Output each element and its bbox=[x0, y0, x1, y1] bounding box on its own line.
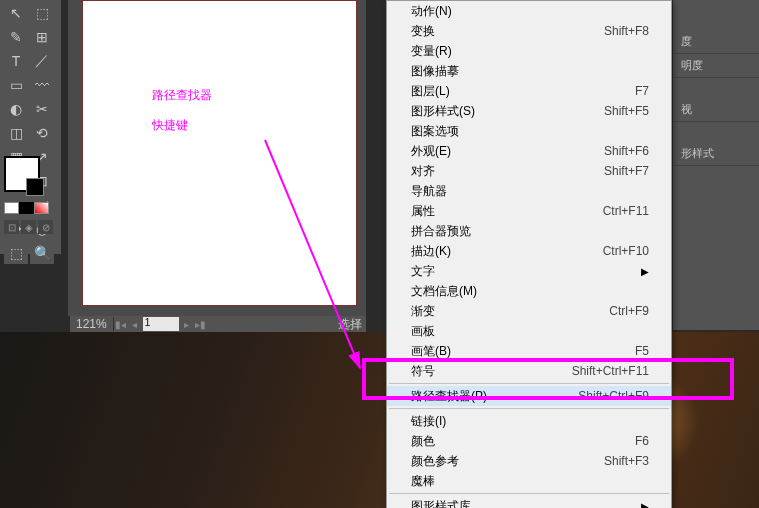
menu-label: 导航器 bbox=[411, 184, 447, 199]
status-text: 选择 bbox=[338, 316, 366, 333]
panel-item[interactable]: 度 bbox=[673, 30, 759, 54]
menu-item[interactable]: 动作(N) bbox=[387, 1, 671, 21]
tool-3[interactable]: ⊞ bbox=[30, 26, 54, 48]
menu-item[interactable]: 图形样式(S)Shift+F5 bbox=[387, 101, 671, 121]
window-menu: 动作(N)变换Shift+F8变量(R)图像描摹图层(L)F7图形样式(S)Sh… bbox=[386, 0, 672, 508]
menu-label: 渐变 bbox=[411, 304, 435, 319]
color-section: ⊡◈⊘ bbox=[4, 156, 54, 234]
tool-20[interactable]: ⬚ bbox=[4, 242, 28, 264]
menu-item[interactable]: 图形样式库▶ bbox=[387, 496, 671, 508]
menu-label: 外观(E) bbox=[411, 144, 451, 159]
menu-item[interactable]: 图像描摹 bbox=[387, 61, 671, 81]
tool-0[interactable]: ↖ bbox=[4, 2, 28, 24]
menu-label: 颜色 bbox=[411, 434, 435, 449]
nav-next-icon[interactable]: ▸ bbox=[180, 317, 194, 331]
nav-first-icon[interactable]: ▮◂ bbox=[114, 317, 128, 331]
menu-item[interactable]: 文档信息(M) bbox=[387, 281, 671, 301]
tool-1[interactable]: ⬚ bbox=[30, 2, 54, 24]
menu-item[interactable]: 导航器 bbox=[387, 181, 671, 201]
mode-icon-0[interactable]: ⊡ bbox=[4, 220, 19, 234]
menu-item[interactable]: 拼合器预览 bbox=[387, 221, 671, 241]
menu-label: 魔棒 bbox=[411, 474, 435, 489]
menu-shortcut: Shift+F7 bbox=[604, 164, 649, 179]
menu-item[interactable]: 属性Ctrl+F11 bbox=[387, 201, 671, 221]
tool-2[interactable]: ✎ bbox=[4, 26, 28, 48]
tool-10[interactable]: ◫ bbox=[4, 122, 28, 144]
menu-shortcut: F7 bbox=[635, 84, 649, 99]
menu-item[interactable]: 颜色参考Shift+F3 bbox=[387, 451, 671, 471]
menu-item[interactable]: 颜色F6 bbox=[387, 431, 671, 451]
mini-swatch-none[interactable] bbox=[34, 202, 49, 214]
menu-label: 图层(L) bbox=[411, 84, 450, 99]
menu-shortcut: Shift+F8 bbox=[604, 24, 649, 39]
menu-item[interactable]: 符号Shift+Ctrl+F11 bbox=[387, 361, 671, 381]
menu-item[interactable]: 路径查找器(P)Shift+Ctrl+F9 bbox=[387, 386, 671, 406]
tool-4[interactable]: T bbox=[4, 50, 28, 72]
menu-label: 路径查找器(P) bbox=[411, 389, 487, 404]
menu-shortcut: Shift+F3 bbox=[604, 454, 649, 469]
panel-item[interactable]: 视 bbox=[673, 98, 759, 122]
menu-label: 画板 bbox=[411, 324, 435, 339]
menu-item[interactable]: 对齐Shift+F7 bbox=[387, 161, 671, 181]
menu-item[interactable]: 图案选项 bbox=[387, 121, 671, 141]
menu-item[interactable]: 变换Shift+F8 bbox=[387, 21, 671, 41]
menu-item[interactable]: 渐变Ctrl+F9 bbox=[387, 301, 671, 321]
menu-label: 画笔(B) bbox=[411, 344, 451, 359]
menu-label: 图案选项 bbox=[411, 124, 459, 139]
menu-label: 描边(K) bbox=[411, 244, 451, 259]
menu-item[interactable]: 描边(K)Ctrl+F10 bbox=[387, 241, 671, 261]
zoom-level[interactable]: 121% bbox=[70, 317, 114, 331]
menu-shortcut: Shift+Ctrl+F9 bbox=[578, 389, 649, 404]
menu-item[interactable]: 图层(L)F7 bbox=[387, 81, 671, 101]
canvas-area bbox=[68, 0, 366, 316]
tool-6[interactable]: ▭ bbox=[4, 74, 28, 96]
menu-item[interactable]: 画笔(B)F5 bbox=[387, 341, 671, 361]
menu-item[interactable]: 链接(I) bbox=[387, 411, 671, 431]
status-bar: 121% ▮◂ ◂ 1 ▸ ▸▮ 选择 bbox=[70, 316, 366, 332]
menu-shortcut: Ctrl+F9 bbox=[609, 304, 649, 319]
menu-label: 对齐 bbox=[411, 164, 435, 179]
menu-label: 变量(R) bbox=[411, 44, 452, 59]
nav-last-icon[interactable]: ▸▮ bbox=[194, 317, 208, 331]
menu-label: 颜色参考 bbox=[411, 454, 459, 469]
artboard[interactable] bbox=[82, 0, 357, 306]
menu-shortcut: Shift+Ctrl+F11 bbox=[572, 364, 649, 379]
menu-label: 文字 bbox=[411, 264, 435, 279]
mode-icon-1[interactable]: ◈ bbox=[21, 220, 36, 234]
menu-item[interactable]: 文字▶ bbox=[387, 261, 671, 281]
nav-prev-icon[interactable]: ◂ bbox=[128, 317, 142, 331]
tool-11[interactable]: ⟲ bbox=[30, 122, 54, 144]
menu-label: 拼合器预览 bbox=[411, 224, 471, 239]
menu-shortcut: Shift+F6 bbox=[604, 144, 649, 159]
menu-label: 属性 bbox=[411, 204, 435, 219]
menu-label: 图像描摹 bbox=[411, 64, 459, 79]
menu-label: 文档信息(M) bbox=[411, 284, 477, 299]
menu-item[interactable]: 变量(R) bbox=[387, 41, 671, 61]
panel-item[interactable]: 形样式 bbox=[673, 142, 759, 166]
menu-shortcut: ▶ bbox=[641, 264, 649, 279]
menu-item[interactable]: 画板 bbox=[387, 321, 671, 341]
menu-shortcut: Shift+F5 bbox=[604, 104, 649, 119]
tool-7[interactable]: 〰 bbox=[30, 74, 54, 96]
menu-shortcut: ▶ bbox=[641, 499, 649, 509]
mini-swatch-white[interactable] bbox=[4, 202, 19, 214]
menu-shortcut: F6 bbox=[635, 434, 649, 449]
menu-label: 动作(N) bbox=[411, 4, 452, 19]
tool-21[interactable]: 🔍 bbox=[30, 242, 54, 264]
menu-shortcut: Ctrl+F10 bbox=[603, 244, 649, 259]
right-panel: 度明度视形样式 bbox=[672, 0, 759, 330]
mini-swatch-black[interactable] bbox=[19, 202, 34, 214]
stroke-color-swatch[interactable] bbox=[26, 178, 44, 196]
menu-label: 图形样式(S) bbox=[411, 104, 475, 119]
menu-label: 链接(I) bbox=[411, 414, 446, 429]
panel-item[interactable]: 明度 bbox=[673, 54, 759, 78]
menu-item[interactable]: 魔棒 bbox=[387, 471, 671, 491]
tool-8[interactable]: ◐ bbox=[4, 98, 28, 120]
page-input[interactable]: 1 bbox=[143, 317, 179, 331]
tool-5[interactable]: ／ bbox=[30, 50, 54, 72]
tool-9[interactable]: ✂ bbox=[30, 98, 54, 120]
menu-shortcut: F5 bbox=[635, 344, 649, 359]
menu-label: 图形样式库 bbox=[411, 499, 471, 509]
mode-icon-2[interactable]: ⊘ bbox=[38, 220, 53, 234]
menu-item[interactable]: 外观(E)Shift+F6 bbox=[387, 141, 671, 161]
